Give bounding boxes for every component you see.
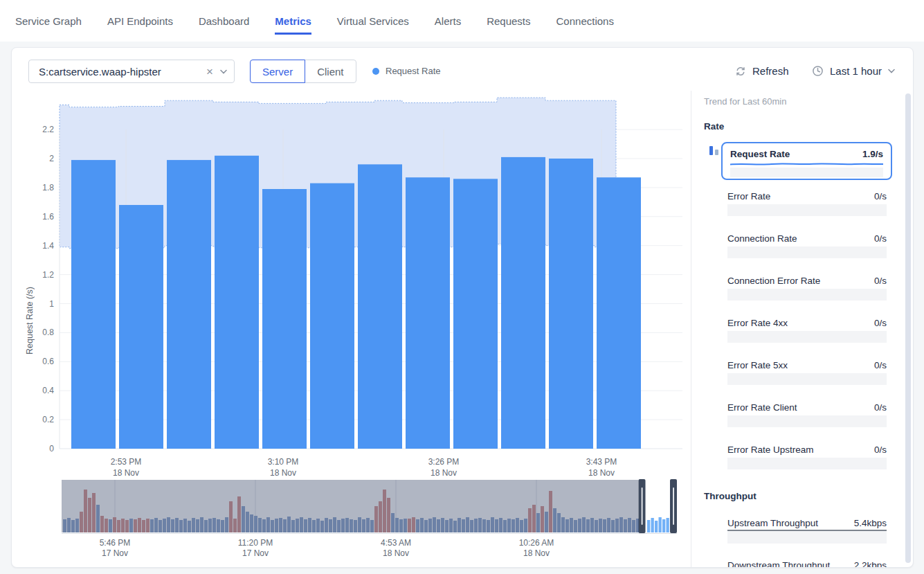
sparkline-placeholder bbox=[727, 373, 887, 385]
service-filter-select[interactable]: S:cartservice.waap-hipster × bbox=[28, 60, 235, 83]
svg-text:0: 0 bbox=[49, 444, 54, 454]
throughput-section-title: Throughput bbox=[704, 491, 757, 501]
nav-item-requests[interactable]: Requests bbox=[487, 15, 530, 27]
svg-text:2:53 PM18 Nov: 2:53 PM18 Nov bbox=[111, 457, 142, 478]
nav-item-connections[interactable]: Connections bbox=[556, 15, 614, 27]
metric-row-downstream-throughput[interactable]: Downstream Throughput2.2kbps bbox=[727, 559, 887, 568]
chevron-down-icon bbox=[888, 69, 895, 73]
chevron-down-icon[interactable] bbox=[220, 69, 227, 74]
time-range-label: Last 1 hour bbox=[830, 65, 882, 77]
sparkline-placeholder bbox=[727, 458, 887, 469]
nav-item-virtual-services[interactable]: Virtual Services bbox=[337, 15, 409, 27]
top-nav: Service Graph API Endpoints Dashboard Me… bbox=[0, 0, 924, 42]
metric-row-upstream-throughput[interactable]: Upstream Throughput5.4kbps bbox=[727, 517, 887, 544]
time-range-selector[interactable]: Last 1 hour bbox=[812, 65, 895, 77]
metric-row-connection-rate[interactable]: Connection Rate0/s bbox=[727, 233, 887, 258]
sparkline-placeholder bbox=[727, 204, 887, 216]
metric-row-error-rate-4xx[interactable]: Error Rate 4xx0/s bbox=[727, 317, 887, 343]
svg-text:0.8: 0.8 bbox=[42, 328, 54, 337]
refresh-button[interactable]: Refresh bbox=[735, 65, 789, 77]
server-mode-button[interactable]: Server bbox=[250, 60, 305, 83]
service-filter-value: S:cartservice.waap-hipster bbox=[39, 66, 199, 78]
svg-text:2: 2 bbox=[49, 154, 54, 163]
mode-toggle-group: Server Client bbox=[250, 60, 356, 83]
metric-row-error-rate-client[interactable]: Error Rate Client0/s bbox=[727, 402, 887, 427]
rate-section-title: Rate bbox=[704, 121, 724, 132]
metrics-panel: S:cartservice.waap-hipster × Server Clie… bbox=[11, 47, 914, 568]
svg-text:1: 1 bbox=[49, 299, 54, 309]
metric-row-error-rate-5xx[interactable]: Error Rate 5xx0/s bbox=[727, 359, 887, 385]
nav-item-metrics[interactable]: Metrics bbox=[275, 15, 311, 27]
svg-text:1.8: 1.8 bbox=[42, 183, 54, 192]
svg-text:10:26 AM18 Nov: 10:26 AM18 Nov bbox=[519, 538, 554, 558]
svg-text:11:20 PM17 Nov: 11:20 PM17 Nov bbox=[238, 538, 273, 558]
refresh-label: Refresh bbox=[752, 65, 789, 77]
svg-text:3:26 PM18 Nov: 3:26 PM18 Nov bbox=[428, 457, 460, 478]
svg-text:0.4: 0.4 bbox=[42, 386, 54, 395]
svg-text:0.6: 0.6 bbox=[42, 357, 54, 366]
svg-text:4:53 AM18 Nov: 4:53 AM18 Nov bbox=[381, 538, 411, 558]
nav-item-alerts[interactable]: Alerts bbox=[435, 15, 461, 27]
clock-icon bbox=[812, 65, 824, 77]
sparkline-placeholder bbox=[727, 415, 887, 427]
nav-item-api-endpoints[interactable]: API Endpoints bbox=[107, 15, 173, 27]
metric-row-error-rate-upstream[interactable]: Error Rate Upstream0/s bbox=[727, 444, 887, 469]
metric-label: Request Rate bbox=[730, 149, 790, 159]
nav-item-dashboard[interactable]: Dashboard bbox=[199, 15, 249, 27]
mini-chart-brush[interactable]: 5:46 PM17 Nov11:20 PM17 Nov4:53 AM18 Nov… bbox=[37, 477, 691, 560]
panel-divider bbox=[691, 91, 691, 567]
sparkline-placeholder bbox=[727, 246, 887, 258]
svg-text:1.4: 1.4 bbox=[42, 241, 54, 251]
svg-text:5:46 PM17 Nov: 5:46 PM17 Nov bbox=[100, 538, 131, 558]
refresh-icon bbox=[735, 66, 746, 77]
sparkline-placeholder bbox=[727, 289, 887, 301]
nav-item-service-graph[interactable]: Service Graph bbox=[15, 15, 82, 27]
sparkline-placeholder bbox=[727, 331, 887, 343]
legend-label: Request Rate bbox=[386, 66, 441, 76]
svg-text:3:10 PM18 Nov: 3:10 PM18 Nov bbox=[268, 457, 299, 478]
main-chart[interactable]: 00.20.40.60.811.21.41.61.822.22:53 PM18 … bbox=[37, 93, 691, 478]
legend-dot-icon bbox=[372, 68, 379, 75]
metric-card-request-rate[interactable]: Request Rate 1.9/s bbox=[721, 142, 892, 180]
chart-legend: Request Rate bbox=[372, 66, 441, 76]
trend-title: Trend for Last 60min bbox=[704, 96, 786, 107]
metric-row-error-rate[interactable]: Error Rate0/s bbox=[727, 190, 887, 216]
metric-value: 1.9/s bbox=[862, 149, 883, 159]
sidebar-scrollbar[interactable] bbox=[905, 93, 911, 563]
bar-chart-icon bbox=[707, 143, 722, 157]
metric-row-connection-error-rate[interactable]: Connection Error Rate0/s bbox=[727, 275, 887, 301]
sparkline-placeholder bbox=[727, 530, 887, 544]
sparkline-area bbox=[730, 168, 883, 177]
clear-filter-icon[interactable]: × bbox=[206, 66, 213, 78]
svg-text:1.6: 1.6 bbox=[42, 212, 54, 222]
svg-text:3:43 PM18 Nov: 3:43 PM18 Nov bbox=[586, 457, 617, 478]
y-axis-title: Request Rate (/s) bbox=[24, 225, 35, 416]
request-rate-sparkline bbox=[730, 161, 883, 168]
svg-text:2.2: 2.2 bbox=[42, 125, 54, 134]
client-mode-button[interactable]: Client bbox=[305, 60, 356, 83]
svg-text:0.2: 0.2 bbox=[42, 415, 54, 424]
svg-text:1.2: 1.2 bbox=[42, 270, 54, 280]
